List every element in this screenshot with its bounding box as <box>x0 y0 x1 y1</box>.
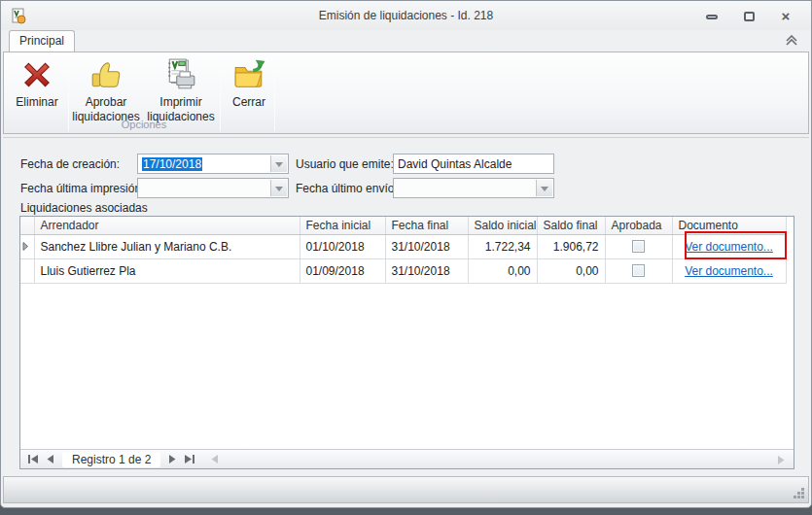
restore-button[interactable] <box>741 10 757 23</box>
previous-record-button[interactable] <box>42 452 59 467</box>
fecha-creacion-label: Fecha de creación: <box>20 157 120 171</box>
col-fecha-final[interactable]: Fecha final <box>385 217 468 234</box>
record-count-label: Registro 1 de 2 <box>62 452 160 467</box>
imprimir-label-line1: Imprimir <box>142 96 220 109</box>
ribbon-panel: Eliminar Aprobar liquidaciones <box>3 52 809 134</box>
aprobar-label-line1: Aprobar <box>70 96 142 109</box>
print-list-icon <box>164 58 197 91</box>
fecha-ultima-impresion-field[interactable] <box>137 178 289 198</box>
restore-icon <box>744 12 755 21</box>
desktop-background: Emisión de liquidaciones - Id. 218 × Pri… <box>0 0 812 515</box>
fecha-ultimo-envio-dropdown-icon[interactable] <box>536 180 552 196</box>
red-x-icon <box>20 58 53 91</box>
app-icon <box>11 8 27 24</box>
cell-aprobada <box>605 258 672 283</box>
row-selector-cell[interactable] <box>20 234 34 258</box>
cell-saldo-inicial[interactable]: 0,00 <box>468 258 537 283</box>
close-icon: × <box>782 10 791 23</box>
ver-documento-link[interactable]: Ver documento... <box>685 264 773 278</box>
header-row: Arrendador Fecha inicial Fecha final Sal… <box>20 217 786 234</box>
table-row[interactable]: Lluis Gutierrez Pla 01/09/2018 31/10/201… <box>20 258 786 283</box>
last-record-button[interactable] <box>181 452 198 467</box>
eliminar-button[interactable]: Eliminar <box>8 54 66 130</box>
minimize-icon <box>706 15 718 19</box>
col-saldo-inicial[interactable]: Saldo inicial <box>468 217 537 234</box>
cerrar-label: Cerrar <box>224 96 274 109</box>
status-bar <box>3 476 809 503</box>
fecha-creacion-field[interactable]: 17/10/2018 <box>137 154 289 174</box>
first-record-button[interactable] <box>24 452 42 467</box>
row-selector-header <box>20 217 34 234</box>
ribbon-tabstrip: Principal <box>1 30 811 52</box>
opciones-group-label: Opciones <box>68 119 220 130</box>
title-bar[interactable]: Emisión de liquidaciones - Id. 218 × <box>1 1 811 30</box>
tab-principal[interactable]: Principal <box>9 30 75 52</box>
table-row[interactable]: Sanchez Llibre Julian y Mariano C.B. 01/… <box>20 234 786 258</box>
next-record-button[interactable] <box>163 452 181 467</box>
col-documento[interactable]: Documento <box>672 217 786 234</box>
aprobada-checkbox[interactable] <box>632 240 645 253</box>
fecha-ultimo-envio-field[interactable] <box>393 178 554 198</box>
cell-documento: Ver documento... <box>672 234 786 258</box>
cell-arrendador[interactable]: Lluis Gutierrez Pla <box>34 258 300 283</box>
fecha-creacion-dropdown-icon[interactable] <box>270 155 287 172</box>
fecha-ultima-impresion-label: Fecha última impresión: <box>20 182 144 195</box>
ribbon-separator <box>220 54 221 131</box>
cell-saldo-final[interactable]: 0,00 <box>537 258 605 283</box>
fecha-ultima-impresion-dropdown-icon[interactable] <box>270 180 287 196</box>
cell-fecha-inicial[interactable]: 01/09/2018 <box>300 258 385 283</box>
liquidaciones-grid: Arrendador Fecha inicial Fecha final Sal… <box>19 216 794 469</box>
close-button[interactable]: × <box>778 10 794 23</box>
col-arrendador[interactable]: Arrendador <box>34 217 300 234</box>
app-window: Emisión de liquidaciones - Id. 218 × Pri… <box>0 0 812 508</box>
minimize-button[interactable] <box>704 10 720 23</box>
usuario-emite-field[interactable]: David Quintas Alcalde <box>393 154 554 174</box>
scroll-left-button[interactable] <box>206 452 224 467</box>
cell-saldo-final[interactable]: 1.906,72 <box>537 234 605 258</box>
cerrar-button[interactable]: Cerrar <box>224 54 274 130</box>
liquidaciones-table: Arrendador Fecha inicial Fecha final Sal… <box>20 217 787 284</box>
cell-arrendador[interactable]: Sanchez Llibre Julian y Mariano C.B. <box>34 234 300 258</box>
collapse-ribbon-button[interactable] <box>785 35 798 47</box>
window-title: Emisión de liquidaciones - Id. 218 <box>98 9 714 22</box>
content-divider <box>3 137 809 138</box>
eliminar-label: Eliminar <box>8 96 66 109</box>
current-row-arrow-icon <box>22 242 28 251</box>
cell-saldo-inicial[interactable]: 1.722,34 <box>468 234 537 258</box>
folder-exit-icon <box>232 58 265 91</box>
col-aprobada[interactable]: Aprobada <box>605 217 672 234</box>
row-selector-cell[interactable] <box>20 258 34 283</box>
col-fecha-inicial[interactable]: Fecha inicial <box>300 217 385 234</box>
liquidaciones-asociadas-label: Liquidaciones asociadas <box>20 201 148 215</box>
scroll-right-button[interactable] <box>772 452 790 467</box>
cell-fecha-final[interactable]: 31/10/2018 <box>385 234 468 258</box>
fecha-ultimo-envio-label: Fecha último envío: <box>296 182 398 195</box>
cell-aprobada <box>605 234 672 258</box>
ver-documento-link[interactable]: Ver documento... <box>685 240 773 254</box>
cell-documento: Ver documento... <box>672 258 786 283</box>
cell-fecha-inicial[interactable]: 01/10/2018 <box>300 234 385 258</box>
thumbs-up-icon <box>89 58 123 91</box>
aprobada-checkbox[interactable] <box>632 264 645 277</box>
cell-fecha-final[interactable]: 31/10/2018 <box>385 258 468 283</box>
ribbon-separator <box>274 54 275 131</box>
usuario-emite-label: Usuario que emite: <box>296 157 394 171</box>
record-navigator: Registro 1 de 2 <box>20 449 794 468</box>
fecha-creacion-value: 17/10/2018 <box>142 157 202 171</box>
resize-grip[interactable] <box>794 488 805 499</box>
usuario-emite-value: David Quintas Alcalde <box>398 157 512 171</box>
col-saldo-final[interactable]: Saldo final <box>537 217 605 234</box>
